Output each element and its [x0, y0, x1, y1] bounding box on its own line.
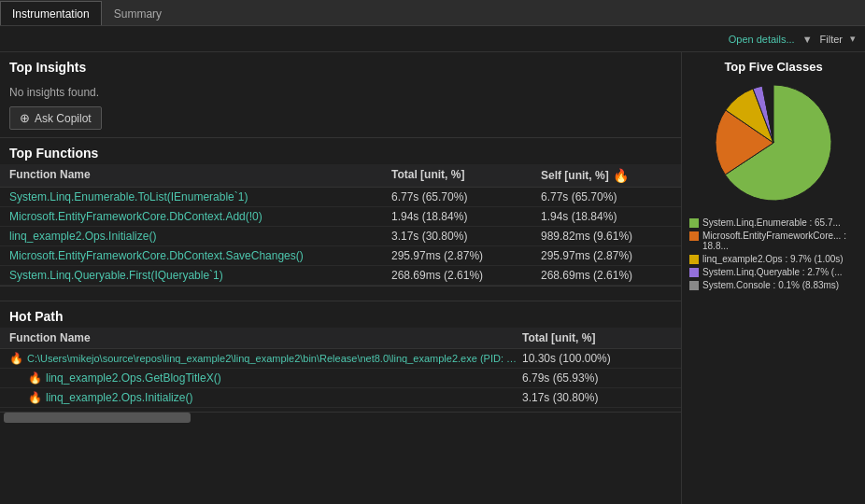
fn-name-3[interactable]: Microsoft.EntityFrameworkCore.DbContext.… — [9, 249, 391, 262]
pie-chart-container — [689, 79, 858, 210]
legend-label-0: System.Linq.Enumerable : 65.7... — [702, 217, 841, 228]
flame-orange-icon-1: 🔥 — [28, 371, 42, 385]
copilot-label: Ask Copilot — [35, 112, 92, 125]
flame-orange-icon-2: 🔥 — [28, 391, 42, 404]
functions-row-2[interactable]: linq_example2.Ops.Initialize() 3.17s (30… — [0, 227, 681, 246]
legend-label-4: System.Console : 0.1% (8.83ms) — [702, 280, 839, 290]
functions-row-1[interactable]: Microsoft.EntityFrameworkCore.DbContext.… — [0, 207, 681, 227]
ask-copilot-button[interactable]: ⊕ Ask Copilot — [9, 106, 102, 130]
filter-button[interactable]: Filter — [820, 34, 843, 45]
fn-name-0[interactable]: System.Linq.Enumerable.ToList(IEnumerabl… — [9, 190, 391, 203]
chart-legend: System.Linq.Enumerable : 65.7... Microso… — [689, 217, 858, 293]
legend-item-2: linq_example2.Ops : 9.7% (1.00s) — [689, 254, 858, 264]
pie-chart-svg — [703, 79, 844, 210]
filter-funnel-icon: ▼ — [802, 34, 813, 45]
hotpath-fn-name-1[interactable]: 🔥 linq_example2.Ops.GetBlogTitleX() — [28, 371, 522, 385]
chart-title: Top Five Classes — [689, 60, 858, 74]
legend-color-2 — [689, 255, 699, 264]
main-content: Top Insights No insights found. ⊕ Ask Co… — [0, 52, 865, 504]
left-panel: Top Insights No insights found. ⊕ Ask Co… — [0, 52, 682, 504]
functions-row-4[interactable]: System.Linq.Queryable.First(IQueryable`1… — [0, 266, 681, 286]
legend-item-1: Microsoft.EntityFrameworkCore... : 18.8.… — [689, 231, 858, 251]
legend-color-4 — [689, 281, 699, 290]
copilot-icon: ⊕ — [20, 111, 30, 125]
fire-header-icon: 🔥 — [613, 168, 629, 183]
col-function-name: Function Name — [9, 168, 391, 183]
col-self: Self [unit, %] 🔥 — [541, 168, 672, 183]
legend-color-1 — [689, 231, 699, 241]
fn-total-3: 295.97ms (2.87%) — [391, 249, 541, 262]
no-insights-text: No insights found. — [9, 82, 672, 103]
hotpath-total-0: 10.30s (100.00%) — [522, 352, 672, 365]
legend-item-0: System.Linq.Enumerable : 65.7... — [689, 217, 858, 228]
fn-total-0: 6.77s (65.70%) — [391, 190, 541, 203]
open-details-link[interactable]: Open details... — [729, 34, 795, 45]
fn-self-1: 1.94s (18.84%) — [541, 210, 672, 223]
hotpath-col-function-name: Function Name — [9, 331, 522, 344]
legend-item-3: System.Linq.Queryable : 2.7% (... — [689, 267, 858, 277]
tab-summary[interactable]: Summary — [102, 1, 174, 25]
hotpath-total-1: 6.79s (65.93%) — [522, 371, 672, 385]
flame-red-icon: 🔥 — [9, 352, 23, 365]
fn-self-0: 6.77s (65.70%) — [541, 190, 672, 203]
fn-self-2: 989.82ms (9.61%) — [541, 230, 672, 243]
right-panel: Top Five Classes System.Linq.Enumerable … — [682, 52, 865, 504]
bottom-scrollbar[interactable] — [0, 412, 681, 423]
fn-name-2[interactable]: linq_example2.Ops.Initialize() — [9, 230, 391, 243]
fn-total-2: 3.17s (30.80%) — [391, 230, 541, 243]
tab-instrumentation[interactable]: Instrumentation — [0, 1, 102, 25]
legend-color-3 — [689, 268, 699, 277]
hotpath-row-0[interactable]: 🔥 C:\Users\mikejo\source\repos\linq_exam… — [0, 349, 681, 369]
top-functions-section: Top Functions Function Name Total [unit,… — [0, 138, 681, 287]
legend-label-3: System.Linq.Queryable : 2.7% (... — [702, 267, 843, 277]
legend-label-1: Microsoft.EntityFrameworkCore... : 18.8.… — [702, 231, 858, 251]
fn-total-1: 1.94s (18.84%) — [391, 210, 541, 223]
functions-row-0[interactable]: System.Linq.Enumerable.ToList(IEnumerabl… — [0, 188, 681, 207]
top-insights-title: Top Insights — [0, 52, 681, 78]
legend-label-2: linq_example2.Ops : 9.7% (1.00s) — [702, 254, 844, 264]
filter-dropdown-icon[interactable]: ▾ — [850, 33, 856, 45]
hot-path-section: Hot Path Function Name Total [unit, %] 🔥… — [0, 301, 681, 412]
hotpath-total-2: 3.17s (30.80%) — [522, 391, 672, 404]
top-functions-title: Top Functions — [0, 138, 681, 164]
fn-self-3: 295.97ms (2.87%) — [541, 249, 672, 262]
hotpath-fn-name-0[interactable]: 🔥 C:\Users\mikejo\source\repos\linq_exam… — [9, 352, 522, 365]
legend-item-4: System.Console : 0.1% (8.83ms) — [689, 280, 858, 290]
hotpath-row-2[interactable]: 🔥 linq_example2.Ops.Initialize() 3.17s (… — [0, 388, 681, 408]
functions-row-3[interactable]: Microsoft.EntityFrameworkCore.DbContext.… — [0, 246, 681, 266]
hotpath-col-total: Total [unit, %] — [522, 331, 672, 344]
functions-table-header: Function Name Total [unit, %] Self [unit… — [0, 164, 681, 188]
col-total: Total [unit, %] — [391, 168, 541, 183]
top-insights-section: Top Insights No insights found. ⊕ Ask Co… — [0, 52, 681, 138]
fn-self-4: 268.69ms (2.61%) — [541, 269, 672, 282]
hotpath-table-header: Function Name Total [unit, %] — [0, 328, 681, 349]
tab-bar: Instrumentation Summary — [0, 0, 865, 26]
fn-name-4[interactable]: System.Linq.Queryable.First(IQueryable`1… — [9, 269, 391, 282]
legend-color-0 — [689, 218, 699, 228]
hot-path-title: Hot Path — [0, 301, 681, 328]
toolbar: Open details... ▼ Filter ▾ — [0, 26, 865, 52]
fn-name-1[interactable]: Microsoft.EntityFrameworkCore.DbContext.… — [9, 210, 391, 223]
fn-total-4: 268.69ms (2.61%) — [391, 269, 541, 282]
insights-content: No insights found. ⊕ Ask Copilot — [0, 78, 681, 138]
hotpath-row-1[interactable]: 🔥 linq_example2.Ops.GetBlogTitleX() 6.79… — [0, 369, 681, 388]
hotpath-fn-name-2[interactable]: 🔥 linq_example2.Ops.Initialize() — [28, 391, 522, 404]
